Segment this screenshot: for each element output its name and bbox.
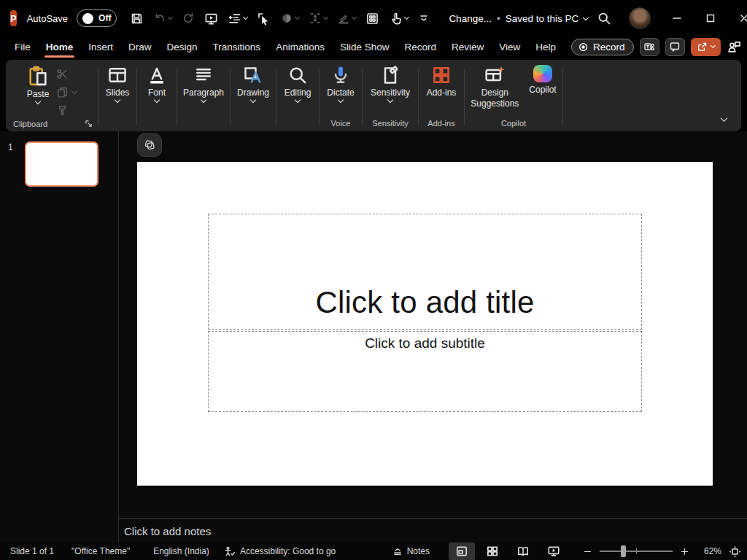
chevron-down-icon — [250, 97, 256, 103]
accessibility-icon — [224, 546, 236, 557]
redo-icon[interactable] — [182, 12, 195, 25]
indent-icon[interactable] — [228, 12, 247, 26]
collapse-ribbon-icon[interactable] — [719, 114, 729, 125]
fit-window-icon[interactable] — [729, 545, 741, 558]
touch-mode-icon[interactable] — [389, 12, 409, 26]
tab-insert[interactable]: Insert — [88, 42, 113, 52]
cut-icon[interactable] — [56, 68, 77, 80]
view-sorter-button[interactable] — [479, 542, 506, 560]
language-indicator[interactable]: English (India) — [153, 546, 209, 556]
addins-group: Add-ins Add-ins — [419, 63, 464, 131]
design-suggestions-label-1: Design — [481, 88, 508, 97]
maximize-icon[interactable] — [705, 12, 716, 24]
voice-group: Dictate Voice — [320, 63, 362, 131]
copilot-group: Design Suggestions Copilot Copilot — [465, 63, 562, 131]
close-icon[interactable] — [738, 12, 747, 24]
chevron-down-icon — [711, 43, 716, 48]
addins-button[interactable]: Add-ins — [427, 65, 457, 97]
teams-icon — [643, 41, 655, 52]
paragraph-group: Paragraph — [177, 63, 230, 131]
copilot-canvas-button[interactable] — [137, 133, 162, 157]
chevron-down-icon — [387, 97, 393, 103]
shape-fill-icon[interactable] — [280, 12, 299, 25]
chevron-down-icon — [583, 14, 589, 20]
autosave-state: Off — [98, 13, 111, 23]
document-title[interactable]: Change... • Saved to this PC — [449, 13, 588, 24]
slide-canvas[interactable]: Click to add title Click to add subtitle — [137, 162, 713, 486]
tab-slide-show[interactable]: Slide Show — [340, 42, 390, 52]
view-slideshow-button[interactable] — [541, 542, 567, 560]
comments-button[interactable] — [665, 38, 685, 56]
tab-view[interactable]: View — [499, 42, 520, 52]
grid-icon[interactable] — [365, 12, 379, 26]
search-icon[interactable] — [597, 11, 611, 26]
zoom-out-icon[interactable] — [583, 547, 592, 556]
tab-home[interactable]: Home — [46, 42, 74, 52]
drawing-button[interactable]: Drawing — [237, 65, 269, 102]
presenter-icon[interactable] — [727, 39, 741, 54]
copy-button[interactable] — [56, 86, 77, 98]
minimize-icon[interactable] — [671, 12, 683, 24]
sensitivity-button[interactable]: Sensitivity — [371, 65, 410, 102]
notes-pane[interactable]: Click to add notes — [119, 518, 747, 542]
tab-design[interactable]: Design — [167, 42, 198, 52]
zoom-in-icon[interactable] — [680, 547, 689, 556]
zoom-slider-handle[interactable] — [621, 545, 626, 557]
toggle-knob — [82, 13, 93, 24]
undo-icon[interactable] — [153, 12, 172, 25]
paste-button[interactable]: Paste — [27, 65, 50, 104]
ink-icon[interactable] — [337, 12, 356, 25]
title-placeholder[interactable]: Click to add title — [208, 214, 642, 330]
tab-review[interactable]: Review — [452, 42, 484, 52]
record-button[interactable]: Record — [571, 39, 634, 55]
slideshow-icon[interactable] — [204, 12, 218, 26]
slide-counter[interactable]: Slide 1 of 1 — [10, 546, 54, 556]
title-bar: P AutoSave Off Change... • Saved to this… — [0, 0, 747, 36]
qat-customize-icon[interactable] — [418, 12, 430, 24]
share-button[interactable] — [691, 38, 721, 56]
slide-thumbnail-panel: 1 — [0, 131, 119, 542]
tab-animations[interactable]: Animations — [276, 42, 325, 52]
view-reading-button[interactable] — [510, 542, 536, 560]
tab-file[interactable]: File — [15, 42, 31, 52]
autosave-toggle[interactable]: Off — [77, 9, 117, 27]
font-button[interactable]: Font — [147, 65, 167, 102]
teams-button[interactable] — [640, 38, 659, 56]
view-normal-button[interactable] — [449, 542, 475, 560]
copilot-button[interactable]: Copilot — [529, 65, 556, 94]
zoom-level[interactable]: 62% — [697, 546, 721, 556]
accessibility-text: Accessibility: Good to go — [240, 546, 336, 556]
save-icon[interactable] — [130, 12, 144, 26]
notes-toggle-button[interactable]: Notes — [392, 546, 430, 557]
slides-button[interactable]: Slides — [106, 65, 130, 102]
font-label: Font — [148, 88, 166, 97]
format-painter-icon[interactable] — [56, 104, 77, 117]
slides-label: Slides — [106, 88, 130, 97]
tab-help[interactable]: Help — [535, 42, 556, 52]
drawing-label: Drawing — [237, 88, 269, 97]
editing-button[interactable]: Editing — [285, 65, 311, 102]
avatar[interactable] — [629, 7, 651, 29]
design-suggestions-button[interactable]: Design Suggestions — [471, 65, 519, 108]
theme-name[interactable]: "Office Theme" — [71, 546, 130, 556]
paragraph-icon — [193, 65, 214, 85]
zoom-slider[interactable] — [600, 551, 673, 552]
tab-record[interactable]: Record — [404, 42, 436, 52]
cursor-select-icon[interactable] — [257, 12, 271, 26]
powerpoint-logo-icon[interactable]: P — [10, 10, 17, 26]
tab-transitions[interactable]: Transitions — [213, 42, 261, 52]
dialog-launcher-icon[interactable] — [84, 119, 93, 128]
paragraph-button[interactable]: Paragraph — [183, 65, 224, 102]
title-separator: • — [497, 13, 500, 24]
subtitle-placeholder[interactable]: Click to add subtitle — [208, 331, 642, 412]
accessibility-status[interactable]: Accessibility: Good to go — [224, 546, 336, 557]
editing-icon — [287, 65, 308, 85]
save-status: Saved to this PC — [506, 13, 579, 24]
copilot-group-label: Copilot — [465, 119, 562, 128]
dictate-button[interactable]: Dictate — [327, 65, 354, 102]
spacing-icon[interactable] — [309, 12, 328, 25]
slide-thumbnail[interactable] — [25, 141, 98, 187]
tab-draw[interactable]: Draw — [128, 42, 152, 52]
slide-number: 1 — [8, 142, 13, 152]
chevron-down-icon — [201, 97, 206, 103]
